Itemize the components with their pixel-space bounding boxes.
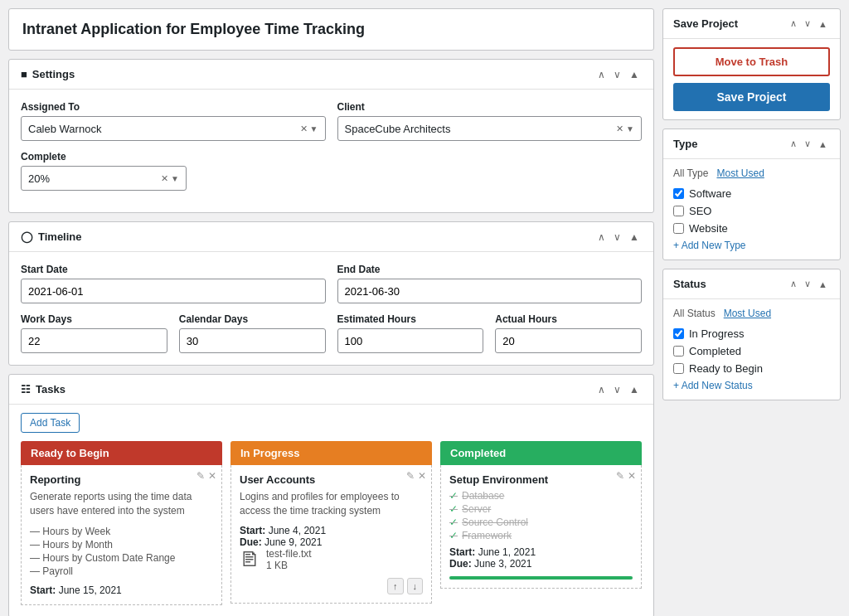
status-tab-most-used[interactable]: Most Used [724,308,771,319]
settings-collapse-down[interactable]: ∨ [611,69,623,80]
settings-icon: ■ [21,68,27,80]
type-check-website[interactable] [673,223,684,234]
save-project-up[interactable]: ∧ [788,17,799,30]
end-date-input[interactable] [337,279,643,303]
type-tab-all[interactable]: All Type [673,167,708,179]
settings-collapse-up[interactable]: ∧ [595,69,608,80]
settings-row-1: Assigned To Caleb Warnock ✕ ▼ Client Spa… [21,101,642,141]
status-tabs: All Status Most Used [673,308,830,319]
timeline-panel-title: ◯ Timeline [21,230,590,243]
checklist-label: Framework [462,530,512,541]
save-project-controls: ∧ ∨ ▲ [788,17,830,30]
card-list-reporting: Hours by Week Hours by Month Hours by Cu… [30,525,213,578]
check-icon: ✓ [449,517,458,528]
type-tabs: All Type Most Used [673,167,830,179]
tasks-collapse-down[interactable]: ∨ [611,384,623,395]
checklist-label: Database [462,490,504,502]
status-panel-down[interactable]: ∨ [802,278,813,290]
type-checkbox-software: Software [673,187,830,200]
delete-icon[interactable]: ✕ [208,470,216,482]
type-check-software[interactable] [673,188,684,199]
status-check-completed[interactable] [673,346,684,357]
type-panel-toggle[interactable]: ▲ [816,138,830,150]
type-checkbox-seo: SEO [673,205,830,217]
timeline-collapse-down[interactable]: ∨ [611,231,623,243]
type-panel: Type ∧ ∨ ▲ All Type Most Used Software S… [662,129,841,260]
estimated-hours-label: Estimated Hours [337,313,484,325]
tasks-panel-title: ☷ Tasks [21,383,595,395]
save-project-toggle[interactable]: ▲ [816,17,830,30]
client-group: Client SpaceCube Architects ✕ ▼ [337,101,643,141]
file-download-btn[interactable]: ↓ [407,578,424,594]
checklist-framework: ✓ Framework [449,530,633,541]
settings-toggle[interactable]: ▲ [627,69,642,80]
add-new-status-link[interactable]: + Add New Status [673,380,830,391]
complete-select[interactable]: 20% ✕ ▼ [21,166,187,191]
status-checkbox-completed: Completed [673,345,830,357]
status-tab-all[interactable]: All Status [673,308,716,319]
check-icon: ✓ [449,490,458,502]
status-check-inprogress[interactable] [673,328,684,339]
type-check-seo[interactable] [673,206,684,216]
save-project-body: Move to Trash Save Project [663,39,840,119]
type-panel-up[interactable]: ∧ [788,138,799,150]
tasks-collapse-up[interactable]: ∧ [595,384,608,395]
calendar-days-input[interactable] [179,328,326,353]
timeline-toggle[interactable]: ▲ [627,231,642,243]
work-days-input[interactable] [21,328,167,353]
tasks-panel-controls: ∧ ∨ ▲ [595,384,642,395]
actual-hours-input[interactable] [495,328,642,353]
edit-icon[interactable]: ✎ [196,470,205,482]
work-days-label: Work Days [21,313,167,325]
card-title-useraccounts: User Accounts [240,473,423,486]
estimated-hours-input[interactable] [337,328,484,353]
save-project-panel: Save Project ∧ ∨ ▲ Move to Trash Save Pr… [662,8,841,120]
start-date-input[interactable] [21,279,326,303]
status-panel-toggle[interactable]: ▲ [816,278,830,290]
check-icon: ✓ [449,503,458,515]
client-select[interactable]: SpaceCube Architects ✕ ▼ [337,116,643,141]
move-to-trash-button[interactable]: Move to Trash [673,47,830,76]
client-clear[interactable]: ✕ [616,124,623,134]
status-check-readytobegin[interactable] [673,363,684,374]
file-upload-btn[interactable]: ↑ [387,578,404,594]
complete-clear[interactable]: ✕ [161,173,168,184]
timeline-panel: ◯ Timeline ∧ ∨ ▲ Start Date End Date [8,221,654,366]
card-icons-setupenv: ✎ ✕ [616,470,636,482]
delete-icon[interactable]: ✕ [628,470,636,482]
save-project-down[interactable]: ∨ [802,17,813,30]
status-label-inprogress: In Progress [689,327,744,340]
actual-hours-label: Actual Hours [495,313,642,325]
card-due-useraccounts: Due: June 9, 2021 [240,536,423,548]
save-project-button[interactable]: Save Project [673,83,830,111]
add-new-type-link[interactable]: + Add New Type [673,240,830,251]
status-panel-header: Status ∧ ∨ ▲ [663,269,840,299]
tasks-toggle[interactable]: ▲ [627,384,642,395]
type-tab-most-used[interactable]: Most Used [716,167,764,179]
type-label-software: Software [689,187,731,200]
assigned-to-clear[interactable]: ✕ [300,124,308,134]
type-panel-body: All Type Most Used Software SEO Website … [663,159,840,259]
type-panel-down[interactable]: ∨ [802,138,813,150]
table-icon: ☷ [21,383,31,395]
assigned-to-select[interactable]: Caleb Warnock ✕ ▼ [21,116,326,141]
status-panel-body: All Status Most Used In Progress Complet… [663,299,840,400]
save-project-title: Save Project [673,17,788,30]
delete-icon[interactable]: ✕ [418,470,426,482]
timeline-panel-controls: ∧ ∨ ▲ [595,231,642,243]
assigned-to-group: Assigned To Caleb Warnock ✕ ▼ [21,101,326,141]
edit-icon[interactable]: ✎ [616,470,624,482]
timeline-collapse-up[interactable]: ∧ [595,231,608,243]
settings-panel: ■ Settings ∧ ∨ ▲ Assigned To Caleb Warno… [8,59,654,213]
file-actions: ↑ ↓ [240,578,423,594]
edit-icon[interactable]: ✎ [406,470,415,482]
tasks-panel-header: ☷ Tasks ∧ ∨ ▲ [9,375,653,405]
file-info: test-file.txt 1 KB [266,548,312,571]
kanban-board: Ready to Begin ✎ ✕ Reporting Generate re… [9,441,653,616]
type-label-website: Website [689,222,728,235]
add-task-button[interactable]: Add Task [21,413,80,433]
card-start-setupenv: Start: June 1, 2021 [449,546,633,558]
status-panel-up[interactable]: ∧ [788,278,799,290]
assigned-to-label: Assigned To [21,101,326,113]
checklist-server: ✓ Server [449,503,633,515]
